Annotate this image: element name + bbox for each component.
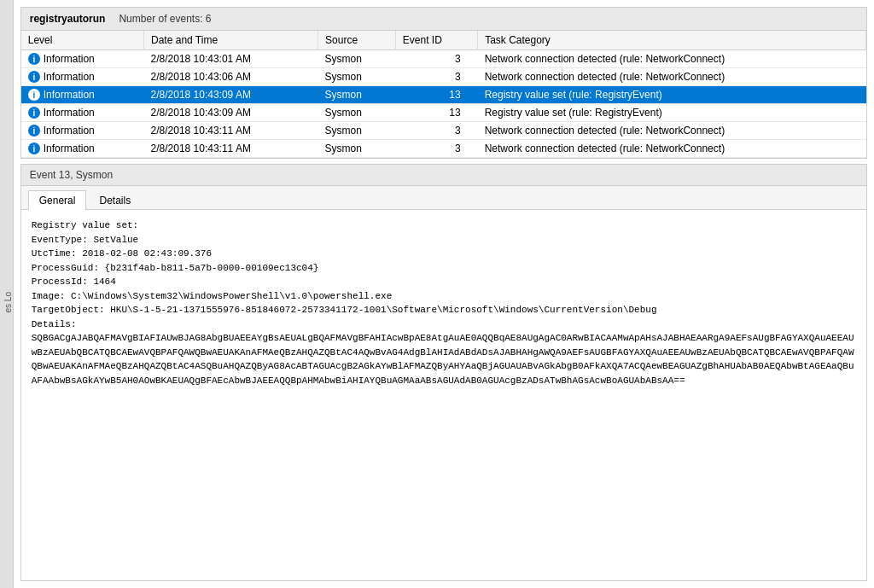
log-name: registryautorun (30, 13, 106, 25)
cell-source: Sysmon (318, 122, 396, 140)
col-source: Source (318, 31, 396, 50)
info-icon: i (28, 143, 40, 154)
cell-taskcategory: Network connection detected (rule: Netwo… (478, 140, 866, 158)
info-icon: i (28, 125, 40, 137)
cell-level: iInformation (21, 86, 144, 104)
col-level: Level (21, 31, 144, 50)
cell-level: iInformation (21, 104, 144, 122)
cell-level: iInformation (21, 122, 144, 140)
cell-eventid: 3 (395, 50, 477, 68)
cell-level: iInformation (21, 140, 144, 158)
cell-level: iInformation (21, 68, 144, 86)
cell-source: Sysmon (318, 68, 396, 86)
level-text: Information (44, 107, 95, 119)
table-row[interactable]: iInformation2/8/2018 10:43:09 AMSysmon13… (21, 86, 866, 104)
cell-source: Sysmon (318, 140, 396, 158)
detail-content: Registry value set: EventType: SetValue … (21, 210, 866, 580)
tab-details[interactable]: Details (88, 190, 142, 210)
event-count: Number of events: 6 (119, 13, 211, 25)
cell-datetime: 2/8/2018 10:43:01 AM (144, 50, 318, 68)
cell-taskcategory: Registry value set (rule: RegistryEvent) (478, 104, 866, 122)
table-header-row: Level Date and Time Source Event ID Task… (21, 31, 866, 50)
event-log-header: registryautorun Number of events: 6 (21, 8, 866, 31)
cell-eventid: 3 (395, 140, 477, 158)
cell-datetime: 2/8/2018 10:43:11 AM (144, 122, 318, 140)
cell-level: iInformation (21, 50, 144, 68)
detail-tabs: General Details (21, 186, 866, 210)
table-row[interactable]: iInformation2/8/2018 10:43:09 AMSysmon13… (21, 104, 866, 122)
info-icon: i (28, 71, 40, 83)
table-row[interactable]: iInformation2/8/2018 10:43:11 AMSysmon3N… (21, 122, 866, 140)
level-text: Information (44, 143, 95, 154)
cell-datetime: 2/8/2018 10:43:11 AM (144, 140, 318, 158)
table-row[interactable]: iInformation2/8/2018 10:43:01 AMSysmon3N… (21, 50, 866, 68)
cell-eventid: 3 (395, 68, 477, 86)
col-taskcategory: Task Category (478, 31, 866, 50)
sidebar-label: es Lo (3, 292, 13, 312)
tab-general[interactable]: General (28, 190, 87, 210)
col-eventid: Event ID (395, 31, 477, 50)
detail-panel: Event 13, Sysmon General Details Registr… (20, 164, 867, 581)
level-text: Information (44, 71, 95, 83)
cell-taskcategory: Registry value set (rule: RegistryEvent) (478, 86, 866, 104)
table-header: Level Date and Time Source Event ID Task… (21, 31, 866, 50)
level-text: Information (44, 125, 95, 137)
cell-eventid: 3 (395, 122, 477, 140)
table-row[interactable]: iInformation2/8/2018 10:43:06 AMSysmon3N… (21, 68, 866, 86)
cell-source: Sysmon (318, 50, 396, 68)
info-icon: i (28, 89, 40, 101)
cell-source: Sysmon (318, 104, 396, 122)
event-log-panel: registryautorun Number of events: 6 Leve… (20, 7, 867, 159)
event-table: Level Date and Time Source Event ID Task… (21, 31, 866, 158)
detail-header: Event 13, Sysmon (21, 165, 866, 186)
cell-taskcategory: Network connection detected (rule: Netwo… (478, 50, 866, 68)
info-icon: i (28, 107, 40, 119)
cell-datetime: 2/8/2018 10:43:06 AM (144, 68, 318, 86)
event-table-body: iInformation2/8/2018 10:43:01 AMSysmon3N… (21, 50, 866, 158)
cell-eventid: 13 (395, 104, 477, 122)
cell-taskcategory: Network connection detected (rule: Netwo… (478, 68, 866, 86)
cell-source: Sysmon (318, 86, 396, 104)
level-text: Information (44, 53, 95, 65)
table-row[interactable]: iInformation2/8/2018 10:43:11 AMSysmon3N… (21, 140, 866, 158)
cell-datetime: 2/8/2018 10:43:09 AM (144, 104, 318, 122)
info-icon: i (28, 53, 40, 65)
col-datetime: Date and Time (144, 31, 318, 50)
cell-datetime: 2/8/2018 10:43:09 AM (144, 86, 318, 104)
left-sidebar: es Lo (0, 0, 14, 588)
level-text: Information (44, 89, 95, 101)
cell-taskcategory: Network connection detected (rule: Netwo… (478, 122, 866, 140)
cell-eventid: 13 (395, 86, 477, 104)
